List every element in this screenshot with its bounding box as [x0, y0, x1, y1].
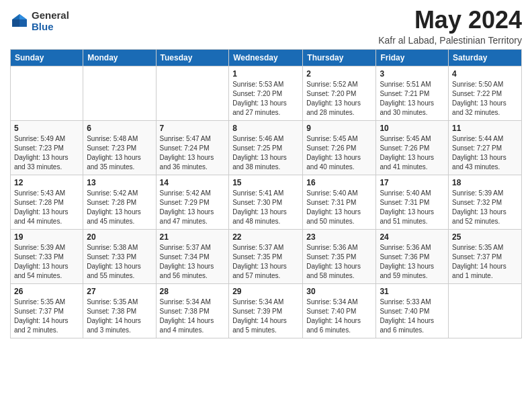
day-info: Sunrise: 5:43 AM Sunset: 7:28 PM Dayligh…: [14, 189, 79, 226]
day-number: 15: [232, 178, 299, 187]
day-info: Sunrise: 5:35 AM Sunset: 7:37 PM Dayligh…: [452, 243, 518, 281]
calendar-cell: [449, 283, 522, 338]
column-header-monday: Monday: [83, 49, 156, 66]
day-info: Sunrise: 5:34 AM Sunset: 7:38 PM Dayligh…: [160, 298, 226, 335]
calendar-cell: 23Sunrise: 5:36 AM Sunset: 7:35 PM Dayli…: [303, 229, 376, 283]
logo: General Blue: [10, 10, 69, 32]
day-number: 13: [87, 178, 152, 187]
month-year-title: May 2024: [378, 7, 522, 34]
calendar-header-row: SundayMondayTuesdayWednesdayThursdayFrid…: [11, 49, 522, 66]
calendar-cell: 25Sunrise: 5:35 AM Sunset: 7:37 PM Dayli…: [449, 229, 522, 283]
day-number: 16: [306, 178, 372, 187]
day-info: Sunrise: 5:37 AM Sunset: 7:35 PM Dayligh…: [232, 243, 299, 281]
column-header-sunday: Sunday: [11, 49, 83, 66]
calendar-cell: 30Sunrise: 5:34 AM Sunset: 7:40 PM Dayli…: [303, 283, 376, 338]
day-info: Sunrise: 5:46 AM Sunset: 7:25 PM Dayligh…: [232, 134, 299, 172]
day-info: Sunrise: 5:35 AM Sunset: 7:37 PM Dayligh…: [14, 298, 79, 335]
calendar-cell: 16Sunrise: 5:40 AM Sunset: 7:31 PM Dayli…: [303, 175, 376, 229]
calendar-table: SundayMondayTuesdayWednesdayThursdayFrid…: [10, 49, 522, 338]
calendar-cell: 10Sunrise: 5:45 AM Sunset: 7:26 PM Dayli…: [376, 120, 449, 175]
calendar-cell: 14Sunrise: 5:42 AM Sunset: 7:29 PM Dayli…: [156, 175, 229, 229]
day-number: 24: [380, 232, 445, 242]
day-number: 17: [380, 178, 445, 187]
day-info: Sunrise: 5:45 AM Sunset: 7:26 PM Dayligh…: [306, 134, 372, 172]
day-number: 8: [232, 124, 299, 133]
day-number: 7: [160, 124, 226, 133]
day-info: Sunrise: 5:40 AM Sunset: 7:31 PM Dayligh…: [306, 189, 372, 226]
calendar-cell: 8Sunrise: 5:46 AM Sunset: 7:25 PM Daylig…: [229, 120, 303, 175]
day-number: 27: [87, 287, 152, 296]
day-number: 30: [306, 287, 372, 296]
calendar-cell: 22Sunrise: 5:37 AM Sunset: 7:35 PM Dayli…: [229, 229, 303, 283]
calendar-cell: 20Sunrise: 5:38 AM Sunset: 7:33 PM Dayli…: [83, 229, 156, 283]
day-number: 19: [14, 232, 79, 242]
day-info: Sunrise: 5:49 AM Sunset: 7:23 PM Dayligh…: [14, 134, 79, 172]
day-info: Sunrise: 5:41 AM Sunset: 7:30 PM Dayligh…: [232, 189, 299, 226]
calendar-cell: 17Sunrise: 5:40 AM Sunset: 7:31 PM Dayli…: [376, 175, 449, 229]
calendar-cell: 15Sunrise: 5:41 AM Sunset: 7:30 PM Dayli…: [229, 175, 303, 229]
day-number: 12: [14, 178, 79, 187]
day-info: Sunrise: 5:47 AM Sunset: 7:24 PM Dayligh…: [160, 134, 226, 172]
calendar-cell: [11, 66, 83, 120]
calendar-cell: 3Sunrise: 5:51 AM Sunset: 7:21 PM Daylig…: [376, 66, 449, 120]
day-number: 6: [87, 124, 152, 133]
day-info: Sunrise: 5:39 AM Sunset: 7:33 PM Dayligh…: [14, 243, 79, 281]
calendar-cell: 12Sunrise: 5:43 AM Sunset: 7:28 PM Dayli…: [11, 175, 83, 229]
calendar-cell: 7Sunrise: 5:47 AM Sunset: 7:24 PM Daylig…: [156, 120, 229, 175]
day-info: Sunrise: 5:35 AM Sunset: 7:38 PM Dayligh…: [87, 298, 152, 335]
column-header-thursday: Thursday: [303, 49, 376, 66]
day-number: 26: [14, 287, 79, 296]
calendar-cell: 11Sunrise: 5:44 AM Sunset: 7:27 PM Dayli…: [449, 120, 522, 175]
calendar-cell: 1Sunrise: 5:53 AM Sunset: 7:20 PM Daylig…: [229, 66, 303, 120]
calendar-cell: 4Sunrise: 5:50 AM Sunset: 7:22 PM Daylig…: [449, 66, 522, 120]
day-number: 25: [452, 232, 518, 242]
calendar-week-row: 12Sunrise: 5:43 AM Sunset: 7:28 PM Dayli…: [11, 175, 522, 229]
calendar-cell: 27Sunrise: 5:35 AM Sunset: 7:38 PM Dayli…: [83, 283, 156, 338]
logo-icon: [10, 12, 29, 31]
day-info: Sunrise: 5:44 AM Sunset: 7:27 PM Dayligh…: [452, 134, 518, 172]
day-number: 20: [87, 232, 152, 242]
day-info: Sunrise: 5:34 AM Sunset: 7:39 PM Dayligh…: [232, 298, 299, 335]
calendar-cell: [83, 66, 156, 120]
day-number: 11: [452, 124, 518, 133]
calendar-cell: 18Sunrise: 5:39 AM Sunset: 7:32 PM Dayli…: [449, 175, 522, 229]
svg-marker-1: [19, 14, 27, 19]
calendar-cell: 6Sunrise: 5:48 AM Sunset: 7:23 PM Daylig…: [83, 120, 156, 175]
calendar-week-row: 5Sunrise: 5:49 AM Sunset: 7:23 PM Daylig…: [11, 120, 522, 175]
calendar-cell: 13Sunrise: 5:42 AM Sunset: 7:28 PM Dayli…: [83, 175, 156, 229]
location-subtitle: Kafr al Labad, Palestinian Territory: [378, 35, 522, 46]
day-info: Sunrise: 5:45 AM Sunset: 7:26 PM Dayligh…: [380, 134, 445, 172]
calendar-cell: [156, 66, 229, 120]
column-header-friday: Friday: [376, 49, 449, 66]
day-info: Sunrise: 5:39 AM Sunset: 7:32 PM Dayligh…: [452, 189, 518, 226]
day-number: 10: [380, 124, 445, 133]
day-info: Sunrise: 5:50 AM Sunset: 7:22 PM Dayligh…: [452, 80, 518, 118]
day-number: 14: [160, 178, 226, 187]
day-info: Sunrise: 5:51 AM Sunset: 7:21 PM Dayligh…: [380, 80, 445, 118]
day-number: 1: [232, 69, 299, 79]
day-info: Sunrise: 5:36 AM Sunset: 7:36 PM Dayligh…: [380, 243, 445, 281]
calendar-week-row: 19Sunrise: 5:39 AM Sunset: 7:33 PM Dayli…: [11, 229, 522, 283]
calendar-cell: 26Sunrise: 5:35 AM Sunset: 7:37 PM Dayli…: [11, 283, 83, 338]
day-number: 3: [380, 69, 445, 79]
column-header-saturday: Saturday: [449, 49, 522, 66]
day-info: Sunrise: 5:40 AM Sunset: 7:31 PM Dayligh…: [380, 189, 445, 226]
day-info: Sunrise: 5:36 AM Sunset: 7:35 PM Dayligh…: [306, 243, 372, 281]
column-header-tuesday: Tuesday: [156, 49, 229, 66]
calendar-cell: 28Sunrise: 5:34 AM Sunset: 7:38 PM Dayli…: [156, 283, 229, 338]
calendar-cell: 31Sunrise: 5:33 AM Sunset: 7:40 PM Dayli…: [376, 283, 449, 338]
day-number: 2: [306, 69, 372, 79]
svg-marker-2: [19, 19, 27, 26]
day-number: 5: [14, 124, 79, 133]
calendar-week-row: 1Sunrise: 5:53 AM Sunset: 7:20 PM Daylig…: [11, 66, 522, 120]
logo-text: General Blue: [32, 10, 69, 32]
calendar-cell: 2Sunrise: 5:52 AM Sunset: 7:20 PM Daylig…: [303, 66, 376, 120]
calendar-cell: 9Sunrise: 5:45 AM Sunset: 7:26 PM Daylig…: [303, 120, 376, 175]
day-number: 21: [160, 232, 226, 242]
svg-marker-3: [12, 19, 19, 26]
day-info: Sunrise: 5:53 AM Sunset: 7:20 PM Dayligh…: [232, 80, 299, 118]
calendar-cell: 5Sunrise: 5:49 AM Sunset: 7:23 PM Daylig…: [11, 120, 83, 175]
calendar-cell: 19Sunrise: 5:39 AM Sunset: 7:33 PM Dayli…: [11, 229, 83, 283]
day-info: Sunrise: 5:38 AM Sunset: 7:33 PM Dayligh…: [87, 243, 152, 281]
day-number: 31: [380, 287, 445, 296]
